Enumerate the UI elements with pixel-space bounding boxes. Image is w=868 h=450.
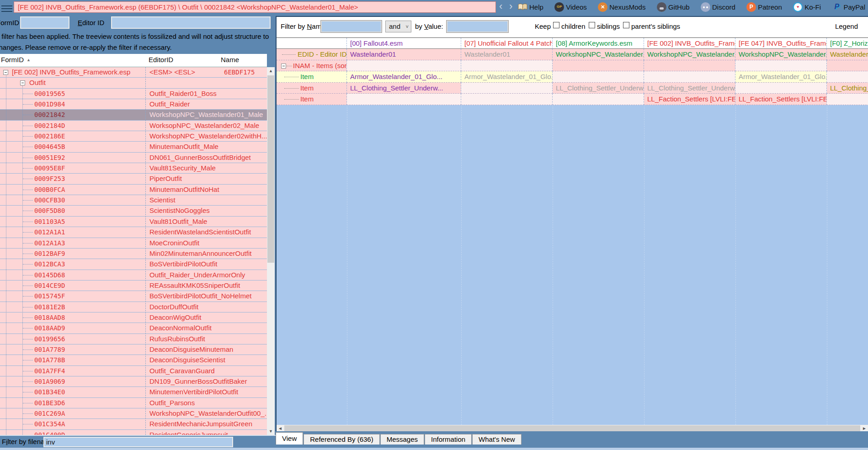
tree-row-record[interactable]: 001103A5Vault81Outfit_Male [0, 217, 267, 227]
tree-row-record[interactable]: 0001D984Outfit_Raider [0, 99, 267, 110]
tree-row-plugin[interactable]: [FE 002] INVB_Outfits_Framework.esp <ESM… [0, 67, 267, 78]
grid-row-label[interactable]: Item [277, 71, 347, 83]
grid-row[interactable]: ItemArmor_Wastelander_01_Glo...Armor_Was… [277, 71, 868, 83]
grid-cell[interactable] [553, 94, 644, 105]
scrollbar-thumb[interactable] [284, 425, 860, 431]
tree-row-record[interactable]: 0012A1A1ResidentWastelandScientistOutfit [0, 227, 267, 238]
tree-row-record[interactable]: 000F5D80ScientistNoGoggles [0, 206, 267, 216]
grid-header-plugin-column[interactable]: [08] ArmorKeywords.esm [553, 38, 644, 49]
toolbar-link-help[interactable]: Help [518, 2, 543, 12]
toolbar-link-paypal[interactable]: PPayPal [832, 2, 865, 12]
toolbar-link-videos[interactable]: GPVideos [554, 2, 587, 12]
grid-header-plugin-column[interactable]: [07] Unofficial Fallout 4 Patch... [461, 38, 553, 49]
tree-row-record[interactable]: 00051E92DN061_GunnerBossOutfitBridget [0, 153, 267, 163]
grid-cell[interactable] [735, 60, 827, 72]
grid-cell[interactable]: Wastelander01 [347, 49, 461, 60]
grid-cell[interactable] [827, 60, 868, 72]
collapse-box-icon[interactable] [281, 64, 286, 69]
nav-forward-chevron-icon[interactable]: › [509, 0, 512, 12]
tab-information[interactable]: Information [425, 434, 472, 445]
grid-cell[interactable] [461, 60, 553, 72]
tree-row-record[interactable]: 0004645BMinutemanOutfit_Male [0, 142, 267, 152]
filter-name-input[interactable] [321, 21, 382, 32]
collapse-box-icon[interactable] [20, 80, 25, 85]
tree-row-record[interactable]: 00145D68Outfit_Raider_UnderArmorOnly [0, 270, 267, 281]
tree-header-formid[interactable]: FormID [1, 56, 24, 64]
grid-cell[interactable] [461, 83, 553, 94]
grid-cell[interactable] [347, 94, 461, 105]
grid-cell[interactable]: LL_Clothing_Settler_Underw... [553, 83, 644, 94]
grid-cell[interactable]: LL_Clothing_Settler_Underw... [347, 83, 461, 94]
grid-cell[interactable] [347, 60, 461, 72]
grid-row[interactable]: EDID - Editor IDWastelander01Wastelander… [277, 49, 868, 60]
tab-whatsnew[interactable]: What's New [472, 434, 522, 445]
tab-messages[interactable]: Messages [380, 434, 424, 445]
tree-header-editorid[interactable]: EditorID [149, 56, 173, 64]
tree-row-record[interactable]: 001A7789DeaconDisguiseMinuteman [0, 344, 267, 355]
toolbar-link-kofi[interactable]: ♥Ko-Fi [793, 2, 821, 12]
tree-row-record[interactable]: 0002184DWorksopNPC_Wastelander02_Male [0, 121, 267, 131]
grid-header-plugin-column[interactable]: [00] Fallout4.esm [347, 38, 461, 49]
tree-row-record[interactable]: 001C354AResidentMechanicJumpsuitGreen [0, 419, 267, 429]
nav-back-chevron-icon[interactable]: ‹ [499, 0, 502, 12]
tree-row-record[interactable]: 000B0FCAMinutemanOutfitNoHat [0, 185, 267, 195]
tree-row-record[interactable]: 0015745FBoSVertibirdPilotOutfit_NoHelmet [0, 291, 267, 302]
scroll-left-icon[interactable]: ◄ [277, 425, 284, 431]
tree-row-record[interactable]: 0012BCA3BoSVertibirdPilotOutfit [0, 259, 267, 270]
grid-cell[interactable] [735, 83, 827, 94]
scrollbar-thumb[interactable] [267, 75, 274, 263]
grid-cell[interactable]: Armor_Wastelander_01_Glo... [461, 71, 553, 83]
tree-row-record[interactable]: 0012BAF9Min02MinutemanAnnouncerOutfit [0, 249, 267, 259]
toolbar-link-nexusmods[interactable]: ✕NexusMods [598, 2, 645, 12]
scroll-up-icon[interactable]: ▲ [267, 67, 275, 74]
grid-row[interactable]: ItemLL_Faction_Settlers [LVLI:FE...LL_Fa… [277, 94, 868, 105]
formid-input[interactable] [20, 16, 69, 29]
keep-parents-siblings-checkbox[interactable] [623, 22, 629, 28]
grid-header-plugin-column[interactable]: [F0] Z_Horizo [827, 38, 868, 49]
editor-id-input[interactable] [111, 16, 271, 29]
tree-row-record[interactable]: 0018AAD8DeaconWigOutfit [0, 312, 267, 323]
grid-cell[interactable] [827, 71, 868, 83]
grid-cell[interactable] [553, 71, 644, 83]
grid-cell[interactable] [644, 71, 735, 83]
grid-cell[interactable]: LL_Faction_Settlers [LVLI:FE... [735, 94, 827, 105]
grid-row[interactable]: INAM - Items (sorted) [277, 60, 868, 72]
tree-row-record[interactable]: 001A778BDeaconDisguiseScientist [0, 355, 267, 365]
grid-cell[interactable] [827, 94, 868, 105]
grid-horizontal-scrollbar[interactable]: ◄ ► [277, 425, 868, 431]
toolbar-link-discord[interactable]: Discord [701, 2, 735, 12]
tree-row-record[interactable]: 00181E2BDoctorDuffOutfit [0, 302, 267, 312]
grid-cell[interactable]: LL_Clothing_Settler_Underw... [644, 83, 735, 94]
grid-cell[interactable]: Wastelander [827, 49, 868, 60]
tree-row-record[interactable]: 001C400DResidentGenericJumpsuit [0, 430, 267, 435]
legend-link[interactable]: Legend [835, 22, 858, 30]
main-menu-icon[interactable] [1, 4, 12, 12]
grid-row-label[interactable]: INAM - Items (sorted) [277, 60, 347, 72]
grid-cell[interactable]: Wastelander01 [461, 49, 553, 60]
grid-row-label[interactable]: EDID - Editor ID [277, 49, 347, 60]
scroll-right-icon[interactable]: ► [861, 425, 868, 431]
filter-operator-select[interactable]: and˅ [385, 21, 411, 32]
grid-cell[interactable]: LL_Clothing_ [827, 83, 868, 94]
grid-cell[interactable] [553, 60, 644, 72]
grid-cell[interactable] [644, 60, 735, 72]
keep-siblings-checkbox[interactable] [589, 22, 595, 28]
tree-row-record[interactable]: 00021842WorkshopNPC_Wastelander01_Male [0, 110, 267, 120]
tree-row-record[interactable]: 001B34E0MinutemenVertibirdPilotOutfit [0, 387, 267, 397]
tree-row-record[interactable]: 0012A1A3MoeCroninOutfit [0, 238, 267, 249]
tree-row-record[interactable]: 0018AAD9DeaconNormalOutfit [0, 323, 267, 334]
filter-value-input[interactable] [447, 21, 508, 32]
tree-header-name[interactable]: Name [221, 56, 239, 64]
tree-row-record[interactable]: 00019565Outfit_Raider01_Boss [0, 89, 267, 99]
grid-row-label[interactable]: Item [277, 94, 347, 105]
tree-row-group-outfit[interactable]: Outfit [0, 78, 267, 88]
tree-row-record[interactable]: 001C269AWorkshopNPC_WastelanderOutfit00_… [0, 408, 267, 419]
grid-cell[interactable]: WorkshopNPC_Wastelander... [553, 49, 644, 60]
tree-row-record[interactable]: 0002186EWorkshopNPC_Wastelander02withH..… [0, 131, 267, 142]
grid-cell[interactable]: Armor_Wastelander_01_Glo... [735, 71, 827, 83]
grid-cell[interactable] [461, 94, 553, 105]
grid-cell[interactable]: WorkshopNPC_Wastelander... [644, 49, 735, 60]
keep-children-checkbox[interactable] [553, 22, 559, 28]
tree-row-record[interactable]: 0009F253PiperOutfit [0, 174, 267, 184]
grid-row-label[interactable]: Item [277, 83, 347, 94]
